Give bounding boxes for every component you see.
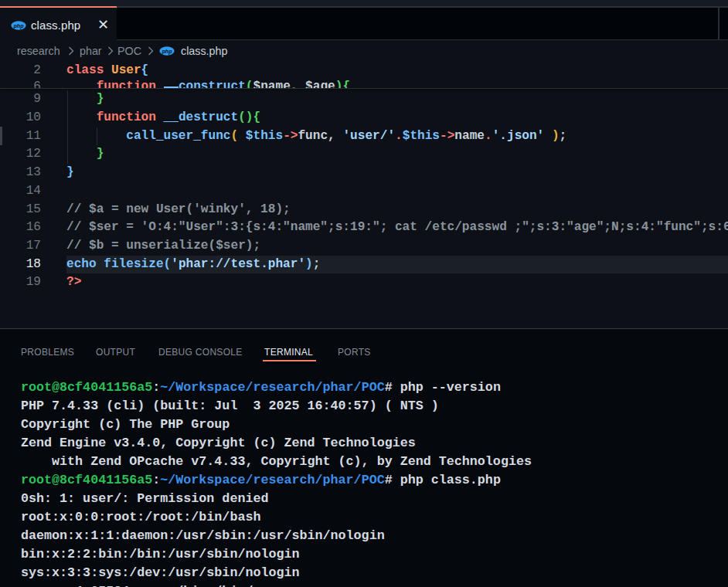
svg-text:php: php [161, 48, 172, 55]
svg-text:php: php [12, 22, 24, 29]
